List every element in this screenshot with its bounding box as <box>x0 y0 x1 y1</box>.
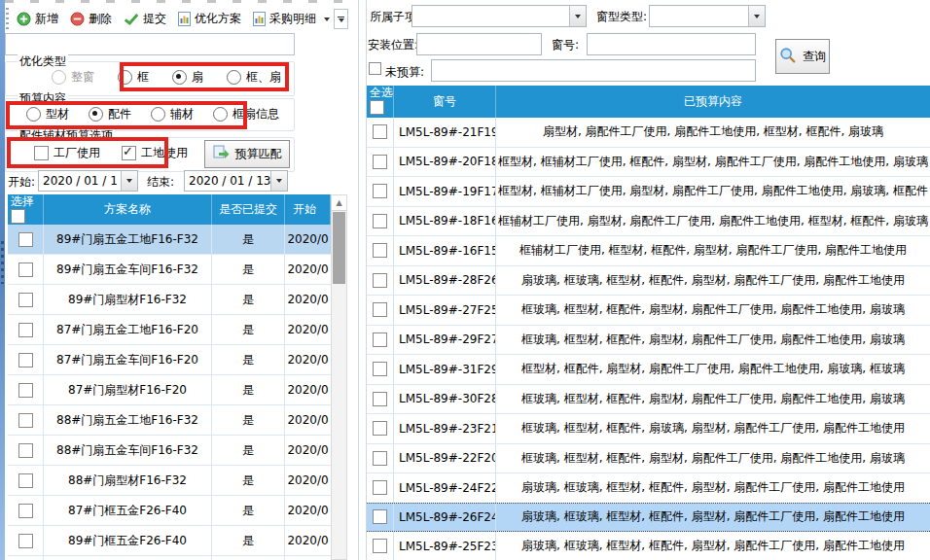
window-no-input[interactable] <box>588 34 755 54</box>
sub-item-dropdown-button[interactable] <box>569 6 586 26</box>
delete-button[interactable]: 删除 <box>67 8 115 30</box>
plan-filter-box[interactable] <box>5 33 295 55</box>
row-checkbox[interactable] <box>18 443 33 458</box>
window-table-row[interactable]: LM5L-89#-24F22扇玻璃, 框玻璃, 框型材, 框配件, 扇型材, 扇… <box>367 473 930 504</box>
row-checkbox[interactable] <box>373 362 387 376</box>
plan-table-row[interactable]: 87#门扇型材F16-F20是2020/0 <box>8 375 331 405</box>
row-checkbox[interactable] <box>373 273 387 288</box>
end-date-picker[interactable]: 2020 / 01 / 13 <box>184 170 288 192</box>
window-table-row[interactable]: LM5L-89#-28F26扇玻璃, 框玻璃, 框型材, 框配件, 扇型材, 扇… <box>367 266 930 297</box>
window-type-dropdown-button[interactable] <box>748 6 765 26</box>
panel-splitter[interactable] <box>358 0 367 560</box>
search-button[interactable]: 查询 <box>775 39 830 74</box>
select-all-windows-checkbox[interactable] <box>370 100 384 115</box>
row-checkbox[interactable] <box>373 332 387 347</box>
radio-icon[interactable] <box>26 107 41 122</box>
select-all-plans-checkbox[interactable] <box>11 209 25 224</box>
row-checkbox[interactable] <box>373 392 387 406</box>
install-position-box[interactable] <box>416 33 542 55</box>
start-date-dropdown-button[interactable] <box>121 171 137 191</box>
radio-option-框扇信息[interactable]: 框扇信息 <box>213 106 279 122</box>
scrollbar-thumb[interactable] <box>333 212 345 284</box>
plan-table-row[interactable]: 89#门框五金F26-F40是2020/0 <box>8 526 331 556</box>
toolbar-grip[interactable] <box>6 8 9 29</box>
row-checkbox[interactable] <box>18 323 33 337</box>
row-checkbox[interactable] <box>373 480 387 495</box>
row-checkbox[interactable] <box>373 124 387 139</box>
row-checkbox[interactable] <box>18 293 33 307</box>
row-checkbox[interactable] <box>373 509 387 524</box>
plan-table-row[interactable]: 88#门扇五金工地F16-F32是2020/0 <box>8 405 331 436</box>
plan-table-row[interactable]: 88#门框五金F21-F40是2020/0 <box>8 556 331 560</box>
window-table-row[interactable]: LM5L-89#-18F16框辅材工厂使用, 扇型材, 扇配件工厂使用, 扇配件… <box>367 207 930 237</box>
radio-icon[interactable] <box>89 107 103 122</box>
no-budget-checkbox[interactable] <box>369 62 381 75</box>
optimize-plan-button[interactable]: 优化方案 <box>175 8 244 30</box>
row-checkbox[interactable] <box>18 413 33 428</box>
row-checkbox[interactable] <box>373 214 387 228</box>
radio-option-扇[interactable]: 扇 <box>172 69 203 86</box>
radio-option-框[interactable]: 框 <box>118 69 149 86</box>
row-checkbox[interactable] <box>373 421 387 436</box>
window-table-row[interactable]: LM5L-89#-26F24扇玻璃, 框玻璃, 框型材, 框配件, 扇型材, 扇… <box>367 503 930 533</box>
plan-table-row[interactable]: 87#门扇五金车间F16-F20是2020/0 <box>8 345 331 375</box>
window-table-row[interactable]: LM5L-89#-29F27框玻璃, 框型材, 框配件, 扇型材, 扇配件工厂使… <box>367 326 930 356</box>
window-table-row[interactable]: LM5L-89#-21F19扇型材, 扇配件工厂使用, 扇配件工地使用, 框型材… <box>367 118 930 148</box>
submit-button[interactable]: 提交 <box>121 8 169 30</box>
row-checkbox[interactable] <box>18 353 33 368</box>
row-checkbox[interactable] <box>373 184 387 198</box>
checkbox-option-工厂使用[interactable]: 工厂使用 <box>34 145 100 161</box>
radio-icon[interactable] <box>227 70 241 85</box>
checkbox-icon[interactable] <box>122 146 136 160</box>
sub-item-dropdown[interactable] <box>411 5 587 27</box>
window-table-row[interactable]: LM5L-89#-22F20框玻璃, 框型材, 框配件, 扇型材, 扇配件工厂使… <box>367 444 930 474</box>
row-checkbox[interactable] <box>18 473 33 488</box>
radio-icon[interactable] <box>213 107 228 122</box>
plan-table-row[interactable]: 88#门扇型材F16-F32是2020/0 <box>8 466 331 496</box>
radio-icon[interactable] <box>151 107 165 122</box>
radio-option-型材[interactable]: 型材 <box>26 106 69 122</box>
radio-icon[interactable] <box>118 70 132 85</box>
no-budget-box[interactable] <box>431 59 756 82</box>
splitter-grip[interactable] <box>1 241 4 284</box>
no-budget-input[interactable] <box>432 60 755 81</box>
row-checkbox[interactable] <box>18 504 33 518</box>
purchase-detail-button[interactable]: 采购明细 <box>250 8 333 30</box>
row-checkbox[interactable] <box>18 262 33 277</box>
plan-filter-input[interactable] <box>6 34 294 54</box>
window-table-row[interactable]: LM5L-89#-30F28框玻璃, 框型材, 框配件, 扇型材, 扇配件工厂使… <box>367 385 930 415</box>
window-table-row[interactable]: LM5L-89#-25F23扇玻璃, 框玻璃, 框型材, 框配件, 扇型材, 扇… <box>367 532 930 560</box>
scroll-up-button[interactable]: ▲ <box>332 195 346 211</box>
radio-option-配件[interactable]: 配件 <box>89 106 131 122</box>
radio-option-框、扇[interactable]: 框、扇 <box>227 69 281 86</box>
window-table-row[interactable]: LM5L-89#-19F17框型材, 框辅材工厂使用, 扇型材, 扇配件工厂使用… <box>367 177 930 207</box>
start-date-picker[interactable]: 2020 / 01 / 1 <box>38 170 138 192</box>
row-checkbox[interactable] <box>373 539 387 553</box>
row-checkbox[interactable] <box>373 243 387 258</box>
row-checkbox[interactable] <box>373 302 387 317</box>
row-checkbox[interactable] <box>18 232 33 247</box>
window-table-row[interactable]: LM5L-89#-20F18框型材, 框辅材工厂使用, 框配件, 扇型材, 扇配… <box>367 148 930 178</box>
install-position-input[interactable] <box>417 34 541 54</box>
row-checkbox[interactable] <box>18 534 33 548</box>
checkbox-option-工地使用[interactable]: 工地使用 <box>122 145 188 161</box>
end-date-dropdown-button[interactable] <box>270 171 287 191</box>
add-button[interactable]: 新增 <box>14 8 61 30</box>
row-checkbox[interactable] <box>18 383 33 398</box>
window-table-row[interactable]: LM5L-89#-27F25框玻璃, 框型材, 框配件, 扇型材, 扇配件工厂使… <box>367 296 930 326</box>
budget-match-button[interactable]: 预算匹配 <box>204 140 290 168</box>
toolbar-overflow-button[interactable] <box>334 9 348 29</box>
window-table-row[interactable]: LM5L-89#-23F21框玻璃, 框型材, 框配件, 扇玻璃, 扇型材, 扇… <box>367 414 930 444</box>
row-checkbox[interactable] <box>373 451 387 466</box>
window-table-row[interactable]: LM5L-89#-31F29框型材, 框配件, 扇型材, 扇配件工厂使用, 扇配… <box>367 355 930 385</box>
radio-icon[interactable] <box>172 70 187 85</box>
radio-option-辅材[interactable]: 辅材 <box>151 106 194 122</box>
checkbox-icon[interactable] <box>34 146 49 160</box>
plan-table-row[interactable]: 89#门扇五金工地F16-F32是2020/0 <box>8 225 331 255</box>
window-no-box[interactable] <box>587 33 756 55</box>
plan-table-row[interactable]: 87#门扇五金工地F16-F20是2020/0 <box>8 315 331 345</box>
plan-table-row[interactable]: 88#门扇五金车间F16-F32是2020/0 <box>8 436 331 466</box>
window-table-row[interactable]: LM5L-89#-16F15框辅材工厂使用, 框型材, 框配件, 扇型材, 扇配… <box>367 236 930 266</box>
plan-table-row[interactable]: 87#门框五金F26-F40是2020/0 <box>8 496 331 526</box>
row-checkbox[interactable] <box>373 155 387 169</box>
